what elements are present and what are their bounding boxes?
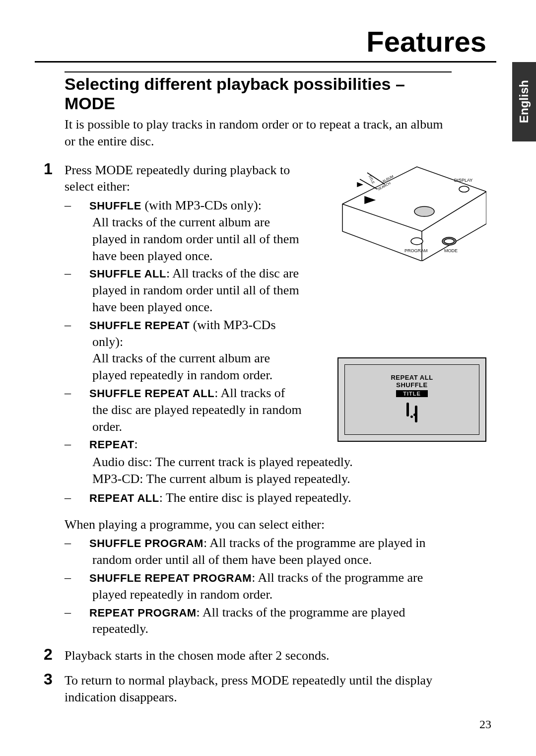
- section-title: Selecting different playback possibiliti…: [65, 74, 457, 113]
- mode-item: –SHUFFLE PROGRAM: All tracks of the prog…: [65, 535, 452, 568]
- when-playing: When playing a programme, you can select…: [65, 516, 457, 533]
- mode-item: –REPEAT:: [65, 436, 303, 453]
- lcd-line: REPEAT ALL: [345, 374, 479, 381]
- svg-point-0: [414, 206, 434, 216]
- device-illustration: DISPLAY PROGRAM MODE SEARCH ALBUM TITLE: [337, 162, 486, 261]
- mode-item: –SHUFFLE (with MP3-CDs only):All tracks …: [65, 197, 303, 264]
- repeat-sub: Audio disc: The current track is played …: [65, 454, 412, 471]
- step-number: 2: [44, 645, 53, 664]
- mode-item: –REPEAT PROGRAM: All tracks of the progr…: [65, 604, 452, 638]
- lcd-line: SHUFFLE: [345, 381, 479, 389]
- divider: [35, 61, 496, 63]
- lcd-title-badge: TITLE: [396, 390, 428, 397]
- svg-point-4: [444, 239, 454, 244]
- mode-item: –SHUFFLE REPEAT (with MP3-CDs only):All …: [65, 317, 303, 384]
- step-3: 3 To return to normal playback, press MO…: [65, 672, 457, 706]
- page-title: Features: [35, 25, 496, 58]
- mode-item: –SHUFFLE REPEAT ALL: All tracks of the d…: [65, 385, 303, 435]
- label-program: PROGRAM: [404, 248, 428, 253]
- label-title: TITLE: [368, 174, 375, 184]
- language-tab: English: [512, 62, 536, 141]
- repeat-sub: MP3-CD: The current album is played repe…: [65, 471, 412, 487]
- page-number: 23: [479, 718, 491, 731]
- step-2: 2 Playback starts in the chosen mode aft…: [65, 647, 457, 664]
- lcd-graphic: [403, 401, 420, 423]
- label-mode: MODE: [444, 248, 458, 253]
- mode-item: –SHUFFLE REPEAT PROGRAM: All tracks of t…: [65, 569, 452, 603]
- label-display: DISPLAY: [454, 178, 472, 183]
- svg-point-1: [459, 186, 469, 192]
- step-text: Playback starts in the chosen mode after…: [65, 647, 457, 664]
- svg-point-2: [411, 238, 423, 245]
- step-number: 1: [44, 160, 53, 178]
- mode-item: –REPEAT ALL: The entire disc is played r…: [65, 489, 452, 506]
- lcd-illustration: REPEAT ALL SHUFFLE TITLE: [337, 357, 486, 442]
- section-intro: It is possible to play tracks in random …: [65, 116, 457, 150]
- mode-item: –SHUFFLE ALL: All tracks of the disc are…: [65, 265, 303, 315]
- step-lead: Press MODE repeatedly during playback to…: [65, 162, 303, 196]
- section-divider: [65, 71, 452, 72]
- step-number: 3: [44, 670, 53, 688]
- step-text: To return to normal playback, press MODE…: [65, 672, 457, 706]
